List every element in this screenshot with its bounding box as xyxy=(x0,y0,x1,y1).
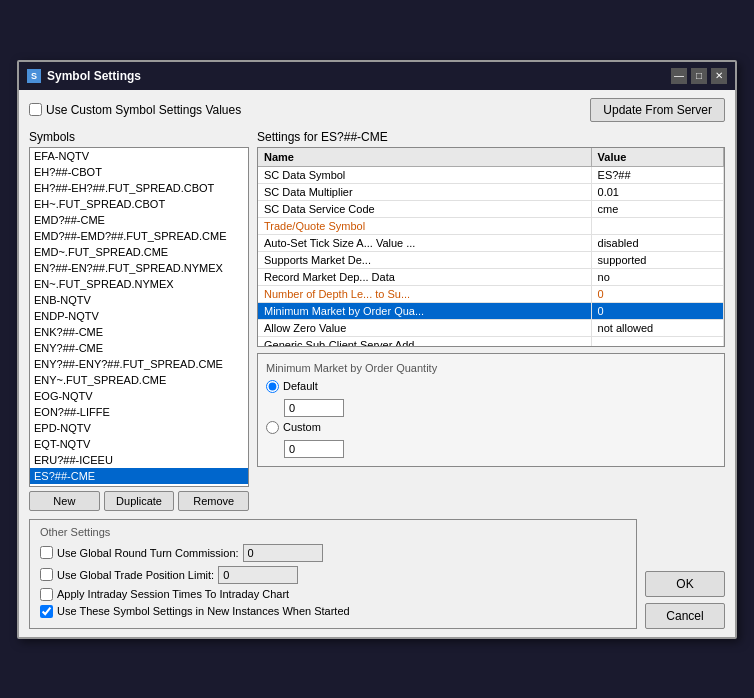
other-settings-items: Use Global Round Turn Commission:Use Glo… xyxy=(40,544,626,618)
symbol-list-item[interactable]: EMD?##-CME xyxy=(30,212,248,228)
bottom-left: Other Settings Use Global Round Turn Com… xyxy=(29,511,637,629)
ok-cancel-buttons: OK Cancel xyxy=(645,571,725,629)
other-setting-item: Use These Symbol Settings in New Instanc… xyxy=(40,605,626,618)
other-setting-input[interactable] xyxy=(243,544,323,562)
update-from-server-button[interactable]: Update From Server xyxy=(590,98,725,122)
symbol-list-item[interactable]: EN~.FUT_SPREAD.NYMEX xyxy=(30,276,248,292)
table-row[interactable]: Trade/Quote Symbol xyxy=(258,217,724,234)
custom-settings-checkbox[interactable] xyxy=(29,103,42,116)
min-market-title: Minimum Market by Order Quantity xyxy=(266,362,716,374)
symbol-list-item[interactable]: EN?##-EN?##.FUT_SPREAD.NYMEX xyxy=(30,260,248,276)
symbol-list-item[interactable]: EMD?##-EMD?##.FUT_SPREAD.CME xyxy=(30,228,248,244)
default-value-input[interactable] xyxy=(284,399,344,417)
new-button[interactable]: New xyxy=(29,491,100,511)
cancel-button[interactable]: Cancel xyxy=(645,603,725,629)
symbol-list-item[interactable]: EOG-NQTV xyxy=(30,388,248,404)
radio-group: Default Custom xyxy=(266,380,716,458)
symbol-list-item[interactable]: EQT-NQTV xyxy=(30,436,248,452)
setting-value-cell: supported xyxy=(591,251,723,268)
symbol-list-item[interactable]: ES?##-ES?##.FUT_SPREAD.CME xyxy=(30,484,248,487)
other-setting-label: Use These Symbol Settings in New Instanc… xyxy=(57,605,350,617)
default-radio[interactable] xyxy=(266,380,279,393)
table-row[interactable]: Record Market Dep... Datano xyxy=(258,268,724,285)
close-button[interactable]: ✕ xyxy=(711,68,727,84)
settings-table: Name Value SC Data SymbolES?##SC Data Mu… xyxy=(258,148,724,347)
symbol-list-item[interactable]: EH~.FUT_SPREAD.CBOT xyxy=(30,196,248,212)
table-row[interactable]: SC Data SymbolES?## xyxy=(258,166,724,183)
symbol-list-item[interactable]: EH?##-CBOT xyxy=(30,164,248,180)
duplicate-button[interactable]: Duplicate xyxy=(104,491,175,511)
setting-name-cell: Trade/Quote Symbol xyxy=(258,217,591,234)
symbol-list-item[interactable]: EMD~.FUT_SPREAD.CME xyxy=(30,244,248,260)
symbols-buttons: New Duplicate Remove xyxy=(29,491,249,511)
setting-name-cell: Record Market Dep... Data xyxy=(258,268,591,285)
symbol-list-item[interactable]: ENK?##-CME xyxy=(30,324,248,340)
settings-title: Settings for ES?##-CME xyxy=(257,130,725,144)
symbols-list[interactable]: EFA-NQTVEH?##-CBOTEH?##-EH?##.FUT_SPREAD… xyxy=(29,147,249,487)
setting-value-cell: 0 xyxy=(591,302,723,319)
remove-button[interactable]: Remove xyxy=(178,491,249,511)
setting-value-cell: 0 xyxy=(591,285,723,302)
setting-value-cell: ES?## xyxy=(591,166,723,183)
other-setting-checkbox[interactable] xyxy=(40,588,53,601)
symbol-list-item[interactable]: ENY~.FUT_SPREAD.CME xyxy=(30,372,248,388)
symbol-list-item[interactable]: ENY?##-CME xyxy=(30,340,248,356)
top-row: Use Custom Symbol Settings Values Update… xyxy=(29,98,725,122)
symbols-label: Symbols xyxy=(29,130,249,144)
minimize-button[interactable]: — xyxy=(671,68,687,84)
custom-settings-checkbox-label[interactable]: Use Custom Symbol Settings Values xyxy=(29,103,241,117)
symbol-list-item[interactable]: ERU?##-ICEEU xyxy=(30,452,248,468)
setting-name-cell: Allow Zero Value xyxy=(258,319,591,336)
symbol-list-item[interactable]: EON?##-LIFFE xyxy=(30,404,248,420)
maximize-button[interactable]: □ xyxy=(691,68,707,84)
min-market-box: Minimum Market by Order Quantity Default… xyxy=(257,353,725,467)
other-setting-label: Use Global Round Turn Commission: xyxy=(57,547,239,559)
symbol-list-item[interactable]: EFA-NQTV xyxy=(30,148,248,164)
settings-table-container[interactable]: Name Value SC Data SymbolES?##SC Data Mu… xyxy=(257,147,725,347)
other-setting-item: Use Global Round Turn Commission: xyxy=(40,544,626,562)
setting-name-cell: SC Data Symbol xyxy=(258,166,591,183)
symbol-settings-dialog: S Symbol Settings — □ ✕ Use Custom Symbo… xyxy=(17,60,737,639)
symbol-list-item[interactable]: EPD-NQTV xyxy=(30,420,248,436)
other-settings-title: Other Settings xyxy=(40,526,626,538)
default-radio-item: Default xyxy=(266,380,716,393)
setting-value-cell: cme xyxy=(591,200,723,217)
default-value-row xyxy=(284,399,716,417)
custom-label: Custom xyxy=(283,421,321,433)
setting-name-cell: Auto-Set Tick Size A... Value ... xyxy=(258,234,591,251)
other-setting-item: Apply Intraday Session Times To Intraday… xyxy=(40,588,626,601)
table-row[interactable]: SC Data Service Codecme xyxy=(258,200,724,217)
ok-button[interactable]: OK xyxy=(645,571,725,597)
table-row[interactable]: Auto-Set Tick Size A... Value ...disable… xyxy=(258,234,724,251)
col-value-header: Value xyxy=(591,148,723,167)
table-row[interactable]: SC Data Multiplier0.01 xyxy=(258,183,724,200)
dialog-content: Use Custom Symbol Settings Values Update… xyxy=(19,90,735,637)
setting-value-cell: no xyxy=(591,268,723,285)
symbol-list-item[interactable]: EH?##-EH?##.FUT_SPREAD.CBOT xyxy=(30,180,248,196)
other-setting-label: Apply Intraday Session Times To Intraday… xyxy=(57,588,289,600)
col-name-header: Name xyxy=(258,148,591,167)
setting-value-cell xyxy=(591,217,723,234)
symbol-list-item[interactable]: ENDP-NQTV xyxy=(30,308,248,324)
other-setting-checkbox[interactable] xyxy=(40,605,53,618)
custom-radio[interactable] xyxy=(266,421,279,434)
setting-name-cell: SC Data Multiplier xyxy=(258,183,591,200)
symbol-list-item[interactable]: ES?##-CME xyxy=(30,468,248,484)
other-setting-checkbox[interactable] xyxy=(40,568,53,581)
other-setting-input[interactable] xyxy=(218,566,298,584)
setting-value-cell: disabled xyxy=(591,234,723,251)
table-row[interactable]: Number of Depth Le... to Su...0 xyxy=(258,285,724,302)
dialog-title: Symbol Settings xyxy=(47,69,671,83)
table-row[interactable]: Supports Market De...supported xyxy=(258,251,724,268)
symbol-list-item[interactable]: ENY?##-ENY?##.FUT_SPREAD.CME xyxy=(30,356,248,372)
table-row[interactable]: Minimum Market by Order Qua...0 xyxy=(258,302,724,319)
other-setting-checkbox[interactable] xyxy=(40,546,53,559)
symbol-list-item[interactable]: ENB-NQTV xyxy=(30,292,248,308)
setting-name-cell: Number of Depth Le... to Su... xyxy=(258,285,591,302)
custom-value-input[interactable] xyxy=(284,440,344,458)
titlebar-controls: — □ ✕ xyxy=(671,68,727,84)
table-row[interactable]: Generic Sub-Client Server Add... xyxy=(258,336,724,347)
custom-radio-item: Custom xyxy=(266,421,716,434)
table-row[interactable]: Allow Zero Valuenot allowed xyxy=(258,319,724,336)
setting-value-cell: 0.01 xyxy=(591,183,723,200)
